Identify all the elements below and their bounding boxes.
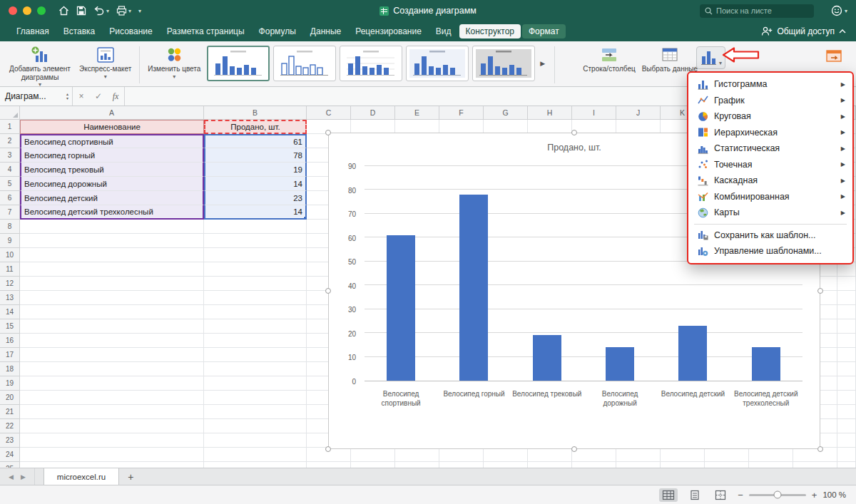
row-header[interactable]: 17 [0,348,20,362]
row-header[interactable]: 4 [0,163,20,177]
grid-cell[interactable] [20,248,204,262]
tab-page-layout[interactable]: Разметка страницы [160,24,251,38]
grid-cell[interactable] [20,220,204,234]
grid-cell[interactable]: Велосипед горный [20,148,204,163]
chart-style-thumbnail[interactable] [340,46,402,81]
row-header[interactable]: 20 [0,391,20,405]
chart-bar[interactable] [752,347,780,381]
column-header[interactable]: C [307,106,351,120]
column-header[interactable]: F [439,106,484,120]
menu-item-line[interactable]: График ▶ [688,93,852,109]
grid-cell[interactable]: Велосипед дорожный [20,177,204,191]
grid-cell[interactable] [204,305,307,319]
grid-cell[interactable] [204,376,307,391]
grid-cell[interactable] [837,291,856,305]
chart-style-thumbnail[interactable] [406,46,469,81]
grid-cell[interactable] [20,334,204,348]
row-header[interactable]: 18 [0,362,20,376]
grid-cell[interactable] [837,262,856,277]
chart-selection-handle[interactable] [571,130,577,135]
grid-cell[interactable] [439,462,484,468]
chart-selection-handle[interactable] [325,130,331,135]
chart-bar[interactable] [459,195,488,381]
column-header[interactable]: H [528,106,572,120]
row-header[interactable]: 1 [0,120,20,134]
grid-cell[interactable] [484,462,528,468]
row-header[interactable]: 13 [0,291,20,305]
chart-selection-handle[interactable] [571,446,577,452]
name-box-stepper[interactable]: ▴▾ [63,87,73,106]
grid-cell[interactable]: 14 [204,177,307,191]
grid-cell[interactable] [395,448,439,462]
chart-style-thumbnail[interactable] [273,46,336,81]
row-header[interactable]: 8 [0,220,20,234]
column-header[interactable]: B [204,106,307,120]
grid-cell[interactable] [204,248,307,262]
grid-cell[interactable]: 78 [204,148,307,163]
row-header[interactable]: 16 [0,334,20,348]
grid-cell[interactable] [616,448,661,462]
grid-cell[interactable] [20,277,204,291]
column-header[interactable]: A [20,106,204,120]
cancel-entry-button[interactable]: × [73,87,90,106]
grid-cell[interactable] [20,448,204,462]
chart-style-thumbnail[interactable] [207,46,270,81]
row-header[interactable]: 15 [0,319,20,334]
tab-formulas[interactable]: Формулы [253,24,302,38]
menu-item-maps[interactable]: Карты ▶ [688,205,852,221]
grid-cell[interactable] [20,348,204,362]
grid-cell[interactable] [484,448,528,462]
row-header[interactable]: 14 [0,305,20,319]
grid-cell[interactable] [20,262,204,277]
zoom-in-button[interactable]: + [812,490,817,500]
tab-draw[interactable]: Рисование [103,24,158,38]
grid-cell[interactable] [837,405,856,419]
column-header[interactable]: J [616,106,661,120]
tab-insert[interactable]: Вставка [57,24,102,38]
add-sheet-button[interactable]: + [119,468,142,485]
page-break-view-button[interactable] [712,488,729,502]
column-header[interactable]: D [351,106,395,120]
zoom-out-button[interactable]: − [738,490,743,500]
grid-cell[interactable] [705,448,749,462]
grid-cell[interactable] [204,348,307,362]
name-box[interactable]: Диаграм... [0,87,63,106]
chart-selection-handle[interactable] [325,288,331,294]
move-chart-button[interactable] [825,46,843,66]
row-header[interactable]: 9 [0,234,20,248]
change-colors-button[interactable]: Изменить цвета ▾ [148,45,200,80]
row-header[interactable]: 10 [0,248,20,262]
next-sheet-icon[interactable]: ▶ [21,473,26,480]
grid-cell[interactable]: Велосипед трековый [20,163,204,177]
grid-cell[interactable] [793,448,837,462]
grid-cell[interactable]: Велосипед спортивный [20,134,204,148]
confirm-entry-button[interactable]: ✓ [90,87,107,106]
column-header[interactable]: E [395,106,439,120]
row-header[interactable]: 7 [0,205,20,220]
grid-cell[interactable] [204,334,307,348]
grid-cell[interactable] [204,319,307,334]
grid-cell[interactable] [20,305,204,319]
grid-cell[interactable] [837,419,856,433]
grid-cell[interactable] [837,376,856,391]
save-icon[interactable] [76,6,86,16]
zoom-slider[interactable] [749,494,806,496]
search-box[interactable]: Поиск на листе [700,4,814,18]
grid-cell[interactable] [572,462,616,468]
chart-style-thumbnail[interactable] [472,46,535,81]
grid-cell[interactable] [204,220,307,234]
grid-cell[interactable] [204,448,307,462]
column-header[interactable]: G [484,106,528,120]
grid-cell[interactable] [20,405,204,419]
row-header[interactable]: 25 [0,462,20,468]
grid-cell[interactable] [204,462,307,468]
grid-cell[interactable] [20,376,204,391]
grid-cell[interactable] [837,448,856,462]
tab-review[interactable]: Рецензирование [349,24,428,38]
grid-cell[interactable] [204,391,307,405]
row-header[interactable]: 3 [0,148,20,163]
quick-layout-button[interactable]: Экспресс-макет ▾ [79,45,131,80]
grid-cell[interactable] [204,234,307,248]
grid-cell[interactable] [351,462,395,468]
chart-selection-handle[interactable] [325,446,331,452]
